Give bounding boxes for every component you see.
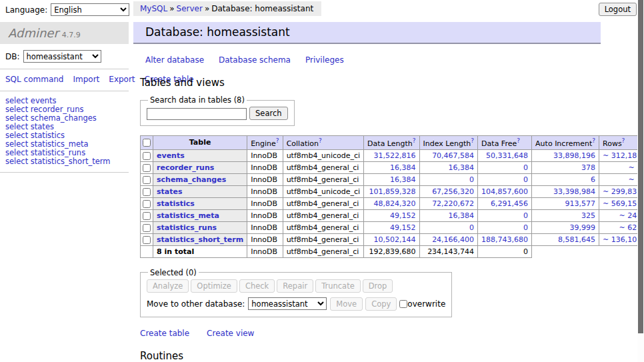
help-link[interactable]: ? bbox=[319, 137, 322, 144]
table-row: statistics InnoDB utf8mb4_general_ci 48,… bbox=[141, 197, 644, 209]
collation-cell: utf8mb4_general_ci bbox=[283, 197, 363, 209]
move-to-database-label: Move to other database: bbox=[147, 299, 245, 309]
help-link[interactable]: ? bbox=[592, 137, 595, 144]
copy-button[interactable]: Copy bbox=[365, 297, 397, 311]
engine-cell: InnoDB bbox=[247, 197, 283, 209]
sidebar-link-import[interactable]: Import bbox=[73, 75, 99, 84]
table-row: events InnoDB utf8mb4_unicode_ci 31,522,… bbox=[141, 149, 644, 161]
database-action-links: Alter databaseDatabase schemaPrivileges bbox=[145, 44, 608, 65]
footer-checkbox-cell bbox=[141, 245, 153, 257]
privileges-link[interactable]: Privileges bbox=[305, 55, 344, 65]
engine-cell: InnoDB bbox=[247, 209, 283, 221]
app-title-bar: Adminer4.7.9 bbox=[0, 22, 129, 44]
index-length-cell: 16,384 bbox=[419, 209, 478, 221]
optimize-button[interactable]: Optimize bbox=[191, 279, 237, 293]
sidebar-select-statistics-short-term[interactable]: select statistics_short_term bbox=[5, 157, 129, 166]
help-link[interactable]: ? bbox=[622, 137, 625, 144]
select-all-checkbox[interactable] bbox=[143, 139, 151, 147]
logout-button[interactable]: Logout bbox=[599, 3, 637, 16]
table-link[interactable]: statistics_meta bbox=[157, 211, 219, 220]
data-free-cell: 188,743,680 bbox=[478, 233, 532, 245]
row-checkbox[interactable] bbox=[143, 212, 151, 220]
scrollbar-thumb[interactable] bbox=[638, 0, 643, 333]
row-checkbox[interactable] bbox=[143, 236, 151, 244]
create-view-link[interactable]: Create view bbox=[207, 329, 254, 338]
check-button[interactable]: Check bbox=[239, 279, 275, 293]
truncate-button[interactable]: Truncate bbox=[315, 279, 361, 293]
row-checkbox[interactable] bbox=[143, 200, 151, 208]
collation-cell: utf8mb4_general_ci bbox=[283, 221, 363, 233]
data-free-cell: 0 bbox=[478, 161, 532, 173]
data-free-total: 0 bbox=[478, 245, 532, 257]
table-link[interactable]: statistics_runs bbox=[157, 223, 217, 232]
breadcrumb-separator: » bbox=[169, 4, 174, 13]
table-link[interactable]: events bbox=[157, 151, 185, 160]
auto-increment-cell: 33,898,196 bbox=[532, 149, 599, 161]
db-select[interactable]: homeassistant bbox=[23, 50, 101, 63]
row-checkbox[interactable] bbox=[143, 176, 151, 184]
app-name[interactable]: Adminer bbox=[8, 26, 59, 40]
collation-cell: utf8mb4_general_ci bbox=[283, 245, 363, 257]
drop-button[interactable]: Drop bbox=[363, 279, 393, 293]
create-table-link[interactable]: Create table bbox=[140, 329, 189, 338]
alter-database-link[interactable]: Alter database bbox=[145, 55, 204, 65]
breadcrumb-link-server[interactable]: Server bbox=[177, 4, 203, 13]
language-control: Language:English bbox=[5, 3, 129, 16]
collation-cell: utf8mb4_unicode_ci bbox=[283, 149, 363, 161]
collation-cell: utf8mb4_general_ci bbox=[283, 209, 363, 221]
sidebar-link-export[interactable]: Export bbox=[109, 75, 135, 84]
table-row: statistics_runs InnoDB utf8mb4_general_c… bbox=[141, 221, 644, 233]
index-length-cell: 67,256,320 bbox=[419, 185, 478, 197]
table-link[interactable]: statistics bbox=[157, 199, 195, 208]
auto-increment-cell: 325 bbox=[532, 209, 599, 221]
table-link[interactable]: recorder_runs bbox=[157, 163, 214, 172]
engine-cell: InnoDB bbox=[247, 245, 283, 257]
engine-cell: InnoDB bbox=[247, 233, 283, 245]
tables-list: Table Engine? Collation? Data Length? In… bbox=[140, 135, 644, 258]
breadcrumb-link-mysql[interactable]: MySQL bbox=[140, 4, 167, 13]
data-length-cell: 31,522,816 bbox=[364, 149, 419, 161]
help-link[interactable]: ? bbox=[471, 137, 474, 144]
engine-cell: InnoDB bbox=[247, 173, 283, 185]
sidebar: DB:homeassistant SQL commandImportExport… bbox=[0, 50, 129, 178]
data-length-cell: 48,824,320 bbox=[364, 197, 419, 209]
row-checkbox[interactable] bbox=[143, 164, 151, 172]
sidebar-link-sql-command[interactable]: SQL command bbox=[5, 75, 63, 84]
move-database-select[interactable]: homeassistant bbox=[248, 297, 327, 310]
total-label: 8 in total bbox=[153, 245, 247, 257]
analyze-button[interactable]: Analyze bbox=[147, 279, 189, 293]
table-link[interactable]: states bbox=[157, 187, 183, 196]
database-schema-link[interactable]: Database schema bbox=[219, 55, 291, 65]
search-input[interactable] bbox=[147, 108, 247, 120]
overwrite-label: overwrite bbox=[407, 299, 445, 309]
repair-button[interactable]: Repair bbox=[277, 279, 313, 293]
index-length-cell: 0 bbox=[419, 221, 478, 233]
footer-empty-cell bbox=[532, 245, 644, 257]
auto-increment-cell: 33,398,984 bbox=[532, 185, 599, 197]
table-row: schema_changes InnoDB utf8mb4_general_ci… bbox=[141, 173, 644, 185]
table-link[interactable]: statistics_short_term bbox=[157, 235, 243, 244]
sidebar-divider bbox=[0, 69, 129, 69]
index-length-cell: 72,220,672 bbox=[419, 197, 478, 209]
table-link[interactable]: schema_changes bbox=[157, 175, 226, 184]
language-select[interactable]: English bbox=[51, 3, 129, 16]
data-free-cell: 50,331,648 bbox=[478, 149, 532, 161]
auto-increment-cell: 39,999 bbox=[532, 221, 599, 233]
data-length-cell: 49,152 bbox=[364, 209, 419, 221]
collation-cell: utf8mb4_general_ci bbox=[283, 161, 363, 173]
sidebar-divider bbox=[0, 91, 129, 91]
help-link[interactable]: ? bbox=[517, 137, 520, 144]
index-length-cell: 16,384 bbox=[419, 161, 478, 173]
overwrite-checkbox[interactable] bbox=[399, 300, 407, 308]
search-button[interactable]: Search bbox=[249, 107, 288, 120]
help-link[interactable]: ? bbox=[413, 137, 416, 144]
scrollbar-track[interactable] bbox=[637, 0, 644, 362]
index-length-cell: 24,166,400 bbox=[419, 233, 478, 245]
row-checkbox[interactable] bbox=[143, 152, 151, 160]
selected-fieldset: Selected (0) AnalyzeOptimizeCheckRepairT… bbox=[140, 268, 452, 317]
row-checkbox[interactable] bbox=[143, 188, 151, 196]
help-link[interactable]: ? bbox=[276, 137, 279, 144]
move-button[interactable]: Move bbox=[330, 297, 363, 311]
table-row: statistics_meta InnoDB utf8mb4_general_c… bbox=[141, 209, 644, 221]
row-checkbox[interactable] bbox=[143, 224, 151, 232]
